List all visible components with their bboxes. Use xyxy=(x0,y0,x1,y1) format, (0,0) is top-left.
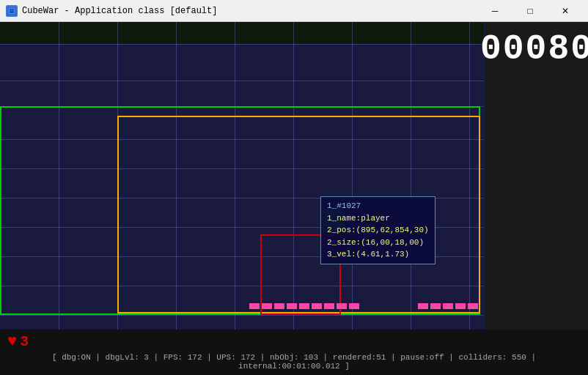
grid-line xyxy=(0,315,484,316)
item-block xyxy=(299,303,309,309)
lives-count: 3 xyxy=(20,333,29,350)
debug-name: 1_name:player xyxy=(327,212,429,225)
grid-line xyxy=(411,22,411,330)
minimize-button[interactable]: ─ xyxy=(478,0,512,22)
grid-line xyxy=(0,106,484,107)
grid-line xyxy=(293,22,294,330)
items-row-right xyxy=(418,303,478,309)
item-block xyxy=(430,303,441,309)
item-block xyxy=(274,303,284,309)
app-icon xyxy=(6,5,18,17)
debug-pos: 2_pos:(895,62,854,30) xyxy=(327,224,429,237)
grid-line xyxy=(117,22,118,330)
grid-line xyxy=(352,22,353,330)
item-block xyxy=(249,303,260,309)
grid-line xyxy=(59,22,59,330)
maximize-button[interactable]: □ xyxy=(513,0,547,22)
debug-id: 1_#1027 xyxy=(327,200,429,212)
grid-line xyxy=(0,286,484,286)
window-title: CubeWar - Application class [default] xyxy=(22,6,217,16)
item-block xyxy=(262,303,272,309)
items-row-left xyxy=(249,303,359,309)
grid-line xyxy=(176,22,177,330)
stats-line: [ dbg:ON | dbgLvl: 3 | FPS: 172 | UPS: 1… xyxy=(0,353,588,371)
game-area: 1_#1027 1_name:player 2_pos:(895,62,854,… xyxy=(0,22,588,330)
debug-size: 2_size:(16,00,18,00) xyxy=(327,237,429,249)
grid-line xyxy=(0,81,484,81)
grid-line xyxy=(0,168,484,169)
score-panel: 00080 xyxy=(485,22,588,330)
top-strip xyxy=(0,22,484,44)
item-block xyxy=(312,303,322,309)
item-block xyxy=(287,303,297,309)
item-block xyxy=(468,303,478,309)
item-block xyxy=(337,303,347,309)
score-value: 00080 xyxy=(480,29,588,69)
grid-line xyxy=(235,22,235,330)
item-block xyxy=(418,303,428,309)
grid-line xyxy=(0,44,484,45)
status-bar: ♥ 3 [ dbg:ON | dbgLvl: 3 | FPS: 172 | UP… xyxy=(0,330,588,375)
lives-area: ♥ 3 xyxy=(7,333,29,351)
grid-line xyxy=(469,22,470,330)
grid-line xyxy=(0,139,484,140)
close-button[interactable]: ✕ xyxy=(548,0,582,22)
titlebar-left: CubeWar - Application class [default] xyxy=(6,5,217,17)
debug-vel: 3_vel:(4.61,1.73) xyxy=(327,248,429,261)
debug-tooltip: 1_#1027 1_name:player 2_pos:(895,62,854,… xyxy=(320,196,436,264)
item-block xyxy=(443,303,453,309)
window-controls: ─ □ ✕ xyxy=(478,0,582,22)
item-block xyxy=(349,303,359,309)
title-bar: CubeWar - Application class [default] ─ … xyxy=(0,0,588,22)
heart-icon: ♥ xyxy=(7,333,17,351)
item-block xyxy=(455,303,466,309)
item-block xyxy=(324,303,334,309)
svg-rect-1 xyxy=(10,9,14,13)
